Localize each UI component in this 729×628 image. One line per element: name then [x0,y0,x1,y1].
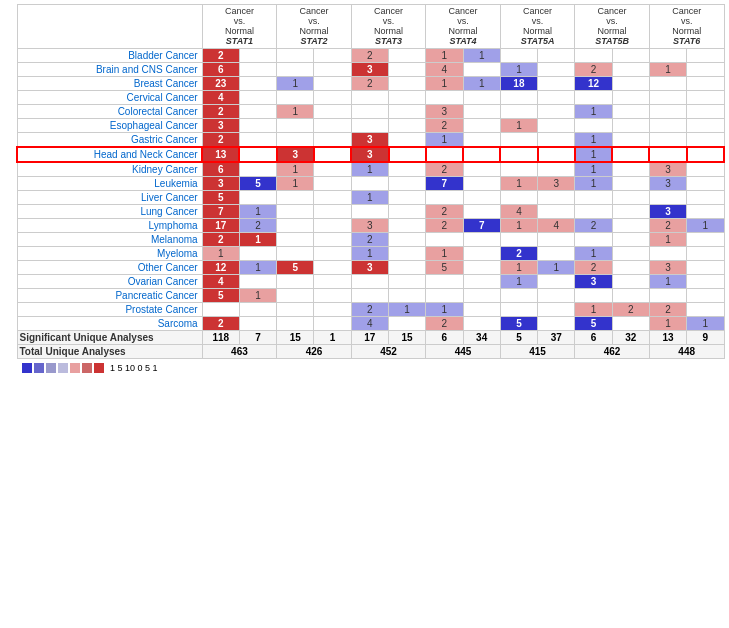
data-cell: 1 [277,177,314,191]
data-cell [612,261,649,275]
data-cell [500,191,537,205]
data-cell [612,77,649,91]
data-cell [314,91,351,105]
data-cell [649,77,686,91]
data-cell [612,63,649,77]
data-cell [314,205,351,219]
data-cell: 1 [538,261,575,275]
significant-value: 32 [612,331,649,345]
data-cell: 5 [239,177,276,191]
data-cell [277,133,314,148]
data-cell: 3 [649,261,686,275]
data-cell: 3 [649,205,686,219]
data-cell: 1 [575,133,612,148]
data-cell [575,233,612,247]
data-cell: 1 [500,63,537,77]
data-cell [538,77,575,91]
data-cell [314,177,351,191]
data-cell [351,289,388,303]
data-cell: 1 [351,162,388,177]
data-cell [538,303,575,317]
cancer-label: Head and Neck Cancer [17,147,202,162]
data-cell [538,91,575,105]
data-cell: 3 [202,119,239,133]
col-header-stat5b: Cancervs.Normal STAT5B [575,5,650,49]
data-cell [389,162,426,177]
data-cell [351,91,388,105]
data-cell [389,63,426,77]
data-cell: 7 [426,177,463,191]
data-cell [649,49,686,63]
data-cell [426,91,463,105]
data-cell: 1 [277,77,314,91]
data-cell: 5 [202,191,239,205]
data-cell: 1 [649,317,686,331]
data-cell [538,63,575,77]
data-cell: 2 [575,261,612,275]
total-value: 462 [575,345,650,359]
data-cell [277,49,314,63]
data-cell [389,219,426,233]
total-value: 426 [277,345,352,359]
table-row: Gastric Cancer2311 [17,133,724,148]
data-cell [538,191,575,205]
data-cell: 1 [500,177,537,191]
data-cell: 1 [500,119,537,133]
data-cell: 2 [649,303,686,317]
data-cell [389,77,426,91]
data-cell: 2 [612,303,649,317]
data-cell: 4 [426,63,463,77]
table-row: Cervical Cancer4 [17,91,724,105]
data-cell [649,105,686,119]
data-cell [389,177,426,191]
data-cell [575,205,612,219]
cancer-label: Sarcoma [17,317,202,331]
table-row: Sarcoma2425511 [17,317,724,331]
data-cell [649,119,686,133]
data-cell [239,91,276,105]
data-cell: 6 [202,63,239,77]
data-cell: 4 [202,275,239,289]
significant-value: 13 [649,331,686,345]
data-cell [463,162,500,177]
data-cell: 2 [426,219,463,233]
data-cell: 3 [351,63,388,77]
significant-value: 118 [202,331,239,345]
total-analyses-row: Total Unique Analyses4634264524454154624… [17,345,724,359]
data-cell [500,91,537,105]
table-row: Leukemia35171313 [17,177,724,191]
cancer-label: Breast Cancer [17,77,202,91]
col-header-stat6: Cancervs.Normal STAT6 [649,5,724,49]
data-cell [463,247,500,261]
data-cell [314,119,351,133]
data-cell [687,105,724,119]
cancer-label: Colorectal Cancer [17,105,202,119]
data-cell [463,105,500,119]
data-cell [538,247,575,261]
data-cell [351,177,388,191]
data-cell: 2 [426,162,463,177]
data-cell [426,233,463,247]
data-cell [500,289,537,303]
data-cell [538,317,575,331]
data-cell [612,133,649,148]
total-value: 448 [649,345,724,359]
data-cell [538,119,575,133]
data-cell: 3 [202,177,239,191]
data-cell [239,247,276,261]
cancer-label: Myeloma [17,247,202,261]
data-cell [687,289,724,303]
data-cell: 1 [239,205,276,219]
data-cell: 2 [351,303,388,317]
data-cell [612,205,649,219]
data-cell [239,162,276,177]
data-cell: 1 [575,247,612,261]
significant-value: 6 [426,331,463,345]
cancer-label: Brain and CNS Cancer [17,63,202,77]
data-cell [239,191,276,205]
data-cell [277,205,314,219]
data-cell: 12 [575,77,612,91]
data-cell [687,162,724,177]
data-cell [239,317,276,331]
data-cell [351,119,388,133]
